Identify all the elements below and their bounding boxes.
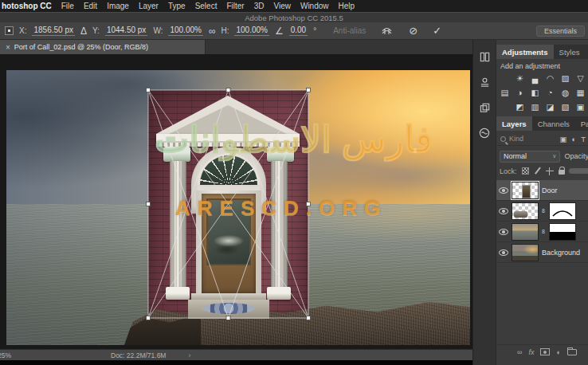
menu-item-image[interactable]: Image: [107, 2, 129, 10]
layer-mask-thumbnail[interactable]: [549, 202, 576, 220]
photo-filter-icon[interactable]: ◔: [545, 88, 555, 97]
tab-layers[interactable]: Layers: [496, 116, 532, 131]
tab-adjustments[interactable]: Adjustments: [496, 45, 554, 59]
layer-thumbnail[interactable]: [512, 244, 539, 261]
visibility-toggle-icon[interactable]: [499, 229, 508, 235]
tab-channels[interactable]: Channels: [532, 116, 575, 131]
new-adjustment-layer-icon[interactable]: ◐: [556, 348, 560, 356]
exposure-icon[interactable]: ▨: [560, 73, 570, 83]
layer-row-rock[interactable]: 8: [496, 201, 588, 222]
mask-link-icon[interactable]: 8: [542, 229, 546, 234]
menu-item-filter[interactable]: Filter: [226, 2, 244, 10]
menu-item-layer[interactable]: Layer: [139, 2, 159, 10]
filter-adjustment-layers-icon[interactable]: ◐: [571, 135, 576, 143]
y-label: Y:: [92, 26, 100, 35]
tab-paths[interactable]: Paths: [575, 116, 588, 131]
posterize-icon[interactable]: ▥: [530, 102, 540, 112]
link-layers-icon[interactable]: ∞: [517, 348, 522, 356]
layer-thumbnail[interactable]: [512, 223, 539, 241]
lock-position-icon[interactable]: [546, 167, 554, 175]
delta-icon[interactable]: Δ: [80, 26, 87, 37]
tab-styles[interactable]: Styles: [554, 45, 586, 59]
w-label: W:: [153, 26, 163, 35]
menu-item-edit[interactable]: Edit: [84, 2, 97, 10]
lock-pixels-icon[interactable]: [534, 167, 541, 175]
selective-color-icon[interactable]: ▣: [575, 102, 586, 112]
invert-icon[interactable]: ◩: [515, 102, 525, 112]
layer-row-background[interactable]: Background: [496, 242, 588, 263]
libraries-panel-icon[interactable]: [477, 49, 492, 64]
layer-thumbnail[interactable]: [512, 182, 539, 199]
visibility-toggle-icon[interactable]: [499, 249, 508, 256]
reference-point-icon[interactable]: [5, 26, 14, 35]
adjustments-tab-bar: Adjustments Styles: [496, 45, 588, 59]
x-value-field[interactable]: 1856.50 px: [32, 26, 75, 36]
vibrance-icon[interactable]: ▽: [575, 73, 586, 83]
brightness-contrast-icon[interactable]: ☀: [515, 73, 525, 83]
curves-icon[interactable]: ◠: [545, 73, 555, 83]
layer-name[interactable]: Door: [542, 186, 558, 194]
adjustment-icons-row3: ◩ ▥ ◪ ▧ ▣: [515, 102, 586, 112]
rotation-value-field[interactable]: 0.00: [289, 26, 308, 36]
layer-row-door[interactable]: Door: [496, 180, 588, 201]
adjustment-icons-row1: ☀ ▄ ◠ ▨ ▽: [515, 73, 586, 83]
anti-alias-label: Anti-alias: [333, 26, 366, 35]
menu-item-view[interactable]: View: [273, 2, 291, 10]
color-lookup-icon[interactable]: ▦: [575, 88, 586, 97]
link-dimensions-icon[interactable]: ∞: [209, 26, 216, 37]
histogram-panel-icon[interactable]: [477, 75, 492, 89]
document-tab-bar: × Port of Call_02.psd @ 25% (Door, RGB/8…: [0, 40, 472, 54]
cancel-transform-button[interactable]: ⊘: [409, 25, 417, 37]
filter-pixel-layers-icon[interactable]: ▣: [559, 135, 566, 143]
fill-slider-track[interactable]: [569, 168, 588, 174]
w-value-field[interactable]: 100.00%: [168, 26, 202, 36]
workspace-switcher[interactable]: Essentials: [536, 26, 585, 37]
black-white-icon[interactable]: ◧: [530, 88, 540, 97]
clone-source-panel-icon[interactable]: [477, 100, 492, 115]
document-tab[interactable]: × Port of Call_02.psd @ 25% (Door, RGB/8…: [0, 40, 206, 54]
visibility-toggle-icon[interactable]: [499, 208, 508, 214]
zoom-level-field[interactable]: 25%: [0, 351, 23, 359]
menu-item-help[interactable]: Help: [339, 2, 355, 10]
layer-row-sky[interactable]: 8: [496, 222, 588, 242]
document-tab-title: Port of Call_02.psd @ 25% (Door, RGB/8): [14, 43, 148, 51]
add-layer-mask-icon[interactable]: [540, 348, 550, 355]
watermark-latin: ARESCD.ORG: [175, 196, 387, 221]
lock-transparency-icon[interactable]: [522, 167, 529, 175]
blend-mode-select[interactable]: Normal ∨: [500, 151, 560, 163]
y-value-field[interactable]: 1044.50 px: [105, 26, 148, 36]
layer-name[interactable]: Background: [542, 249, 580, 257]
channel-mixer-icon[interactable]: ◍: [560, 88, 570, 97]
warp-mode-icon[interactable]: [379, 24, 394, 38]
mask-link-icon[interactable]: 8: [542, 208, 546, 214]
document-canvas[interactable]: فارس الاسطوانات ARESCD.ORG: [6, 70, 470, 345]
menu-item-select[interactable]: Select: [195, 2, 218, 10]
visibility-toggle-icon[interactable]: [499, 187, 508, 194]
menu-item-window[interactable]: Window: [300, 2, 329, 10]
lock-all-icon[interactable]: [559, 170, 565, 175]
hue-saturation-icon[interactable]: ▤: [500, 88, 510, 97]
commit-transform-button[interactable]: ✓: [433, 25, 441, 37]
app-name: hotoshop CC: [2, 2, 52, 10]
close-tab-icon[interactable]: ×: [6, 43, 10, 52]
layer-effects-icon[interactable]: fx: [528, 348, 534, 356]
menu-item-type[interactable]: Type: [168, 2, 186, 10]
layer-thumbnail[interactable]: [512, 202, 539, 220]
status-bar: 25% Doc: 22.2M/71.6M ›: [0, 349, 472, 360]
lock-label: Lock:: [500, 167, 517, 175]
levels-icon[interactable]: ▄: [530, 73, 540, 83]
menu-item-3d[interactable]: 3D: [254, 2, 265, 10]
threshold-icon[interactable]: ◪: [545, 102, 555, 112]
layer-filter-row: Kind ▣ ◐ T: [496, 132, 588, 146]
status-options-chevron[interactable]: ›: [188, 351, 190, 359]
filter-kind-label[interactable]: Kind: [509, 135, 523, 143]
filter-type-layers-icon[interactable]: T: [581, 135, 586, 143]
menu-item-file[interactable]: File: [61, 2, 74, 10]
h-value-field[interactable]: 100.00%: [234, 26, 269, 36]
layer-mask-thumbnail[interactable]: [549, 223, 576, 241]
new-group-icon[interactable]: [567, 349, 577, 355]
creative-cloud-icon[interactable]: [477, 126, 492, 140]
gradient-map-icon[interactable]: ▧: [560, 102, 570, 112]
color-balance-icon[interactable]: ◑: [515, 88, 525, 97]
canvas-area: فارس الاسطوانات ARESCD.ORG: [0, 54, 472, 349]
